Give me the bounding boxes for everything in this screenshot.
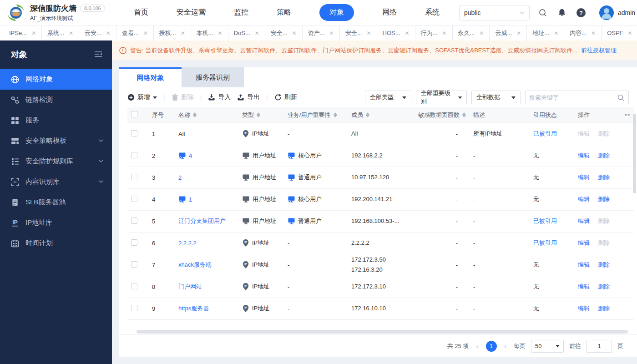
edit-link[interactable]: 编辑	[578, 283, 590, 290]
delete-button[interactable]: 删除	[172, 93, 194, 101]
export-button[interactable]: 导出	[237, 93, 260, 101]
sort-icon[interactable]	[334, 112, 337, 117]
page-number-button[interactable]: 1	[486, 341, 497, 352]
open-tab-14[interactable]: 地址...✕	[527, 25, 564, 40]
open-tab-3[interactable]: 查看...✕	[116, 25, 154, 40]
close-icon[interactable]: ✕	[442, 30, 446, 36]
type-filter-select[interactable]: 全部类型	[365, 91, 411, 104]
open-tab-9[interactable]: 安全...✕	[340, 25, 377, 40]
goto-license-link[interactable]: 前往授权管理	[581, 46, 617, 55]
object-name[interactable]: 2.2.2.2	[178, 240, 197, 247]
delete-link[interactable]: 删除	[598, 174, 610, 181]
open-tab-7[interactable]: 安全...✕	[265, 25, 303, 40]
ref-status[interactable]: 已被引用	[533, 239, 557, 246]
open-tab-13[interactable]: 云威...✕	[490, 25, 527, 40]
close-icon[interactable]: ✕	[591, 30, 596, 36]
row-checkbox[interactable]	[131, 305, 137, 311]
edit-link[interactable]: 编辑	[578, 217, 590, 224]
close-icon[interactable]: ✕	[181, 30, 185, 36]
content-tab-1[interactable]: 服务器识别	[182, 67, 244, 87]
sidebar-item-1[interactable]: 链路检测	[0, 90, 112, 110]
open-tab-8[interactable]: 资产...✕	[303, 25, 340, 40]
importance-filter-select[interactable]: 全部重要级别	[416, 91, 467, 104]
per-page-select[interactable]: 50	[531, 340, 564, 353]
sidebar-item-5[interactable]: 内容识别库	[0, 172, 112, 192]
ref-status[interactable]: 已被引用	[533, 217, 557, 224]
object-name[interactable]: https服务器	[178, 304, 209, 313]
delete-link[interactable]: 删除	[598, 305, 610, 312]
edit-link[interactable]: 编辑	[578, 261, 590, 268]
close-icon[interactable]: ✕	[554, 30, 558, 36]
close-icon[interactable]: ✕	[143, 30, 148, 36]
open-tab-10[interactable]: HOS...✕	[377, 25, 415, 40]
row-checkbox[interactable]	[131, 196, 137, 202]
open-tab-4[interactable]: 授权...✕	[154, 25, 191, 40]
delete-link[interactable]: 删除	[598, 196, 610, 202]
vertical-scrollbar[interactable]	[633, 114, 636, 193]
close-icon[interactable]: ✕	[366, 30, 371, 36]
horizontal-scrollbar[interactable]	[136, 330, 628, 334]
row-checkbox[interactable]	[131, 130, 137, 136]
add-button[interactable]: 新增	[127, 93, 157, 101]
edit-link[interactable]: 编辑	[578, 130, 590, 137]
close-icon[interactable]: ✕	[106, 30, 111, 36]
row-checkbox[interactable]	[131, 261, 137, 268]
sidebar-item-7[interactable]: IP IP地址库	[0, 212, 112, 233]
sort-icon[interactable]	[366, 112, 369, 117]
row-checkbox[interactable]	[131, 239, 137, 246]
sort-icon[interactable]	[257, 112, 260, 117]
edit-link[interactable]: 编辑	[578, 152, 590, 159]
open-tab-16[interactable]: OSPF✕	[602, 25, 637, 40]
sidebar-item-0[interactable]: 网络对象	[0, 69, 112, 90]
nav-item-6[interactable]: 系统	[425, 8, 440, 17]
open-tab-11[interactable]: 行为...✕	[415, 25, 453, 40]
row-checkbox[interactable]	[131, 217, 137, 224]
close-icon[interactable]: ✕	[329, 30, 334, 36]
object-name[interactable]: 门户网站	[178, 283, 202, 291]
object-name[interactable]: 2	[178, 174, 182, 181]
object-name[interactable]: 江门分支集团用户	[178, 217, 226, 225]
open-tab-1[interactable]: 系统...✕	[42, 25, 79, 40]
sidebar-item-8[interactable]: 时间计划	[0, 233, 112, 253]
sort-icon[interactable]	[462, 112, 466, 117]
sidebar-item-6[interactable]: SLB服务器池	[0, 192, 112, 212]
open-tab-0[interactable]: IPSe...✕	[4, 25, 42, 40]
refresh-button[interactable]: 刷新	[274, 93, 297, 101]
delete-link[interactable]: 删除	[598, 261, 610, 268]
open-tab-15[interactable]: 内容...✕	[564, 25, 602, 40]
open-tab-6[interactable]: DoS...✕	[228, 25, 265, 40]
next-page-icon[interactable]: ›	[502, 342, 508, 350]
open-tab-2[interactable]: 云安...✕	[79, 25, 116, 40]
close-icon[interactable]: ✕	[255, 30, 259, 36]
content-tab-0[interactable]: 网络对象	[119, 67, 182, 87]
edit-link[interactable]: 编辑	[578, 305, 590, 312]
nav-item-1[interactable]: 安全运营	[177, 8, 206, 17]
close-icon[interactable]: ✕	[479, 30, 484, 36]
ref-status[interactable]: 已被引用	[533, 130, 557, 137]
select-all-checkbox[interactable]	[131, 111, 137, 117]
help-icon[interactable]: ?	[575, 7, 587, 19]
search-icon[interactable]	[537, 7, 549, 19]
user-menu[interactable]: admin	[599, 5, 637, 20]
goto-page-input[interactable]	[586, 340, 612, 353]
prev-page-icon[interactable]: ‹	[474, 342, 480, 350]
more-columns-icon[interactable]: ••	[625, 111, 631, 118]
sidebar-item-4[interactable]: 安全防护规则库	[0, 151, 112, 172]
edit-link[interactable]: 编辑	[578, 174, 590, 181]
delete-link[interactable]: 删除	[598, 239, 610, 246]
nav-item-5[interactable]: 网络	[382, 8, 397, 17]
keyword-search-input[interactable]	[529, 94, 614, 101]
row-checkbox[interactable]	[131, 283, 137, 289]
object-name[interactable]: 1	[189, 196, 192, 203]
edit-link[interactable]: 编辑	[578, 239, 590, 246]
close-icon[interactable]: ✕	[69, 30, 73, 36]
delete-link[interactable]: 删除	[598, 152, 610, 159]
sort-icon[interactable]	[193, 112, 197, 117]
scope-select[interactable]: public	[459, 5, 530, 20]
nav-item-4[interactable]: 对象	[319, 4, 354, 21]
close-icon[interactable]: ✕	[218, 30, 222, 36]
sidebar-item-3[interactable]: 安全策略模板	[0, 131, 112, 151]
close-icon[interactable]: ✕	[292, 30, 297, 36]
row-checkbox[interactable]	[131, 174, 137, 180]
delete-link[interactable]: 删除	[598, 283, 610, 290]
